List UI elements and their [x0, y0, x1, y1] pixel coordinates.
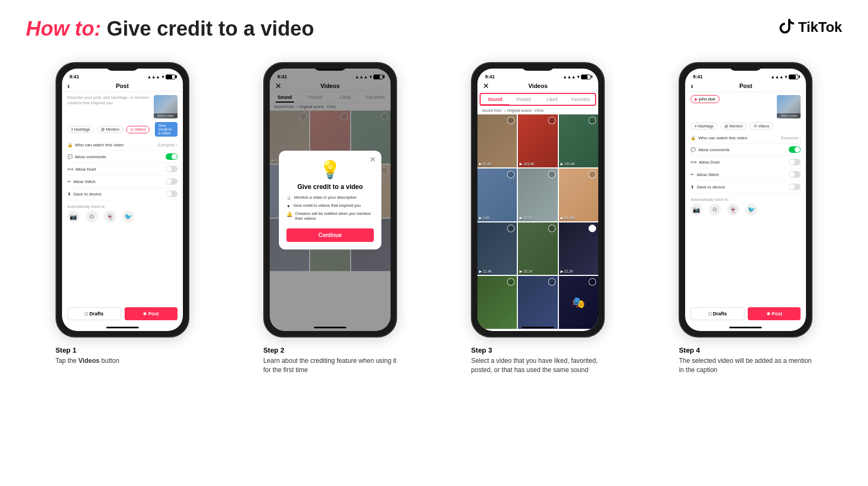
videos-btn-4[interactable]: ◎Videos: [750, 122, 773, 130]
home-indicator-4: [729, 327, 762, 328]
video-count-3-7: ▶ 12.4K: [479, 269, 492, 274]
mention-btn-1[interactable]: @Mention: [97, 126, 123, 133]
modal-point-icon-2-3: 🔔: [286, 212, 292, 217]
post-thumb-1: Select cover: [154, 95, 177, 119]
tags-row-1: #Hashtags @Mention ◎Videos Give credit t…: [67, 122, 177, 137]
status-bar-1: 9:41 ▲▲▲ ▾: [62, 71, 183, 80]
save-toggle-1[interactable]: [166, 191, 177, 197]
time-1: 9:41: [70, 74, 79, 79]
home-indicator-1: [106, 327, 139, 328]
step-3-info: Step 3 Select a video that you have like…: [471, 346, 605, 375]
video-cell-3-9[interactable]: ▶ 22.2K: [559, 222, 598, 275]
tab-sound-3[interactable]: Sound: [481, 94, 509, 105]
stitch-toggle-1[interactable]: [166, 178, 177, 185]
twitter-icon-4[interactable]: 🐦: [746, 204, 757, 215]
video-cell-3-12[interactable]: 🎭: [559, 276, 598, 329]
video-cell-3-1[interactable]: ▶ 83.8K: [477, 114, 517, 167]
setting-who-can-watch-1: 🔒 Who can watch this video Everyone ›: [67, 140, 177, 151]
wifi-icon-3: ▾: [577, 75, 579, 79]
tab-favorites-3[interactable]: Favorites: [566, 94, 595, 105]
video-cell-3-7[interactable]: ▶ 12.4K: [477, 222, 517, 275]
duet-toggle-1[interactable]: [166, 166, 177, 172]
post-desc-placeholder-1[interactable]: Describe your post, add hashtags, or men…: [67, 95, 151, 119]
duet-icon-1: ⟺: [67, 167, 73, 172]
videos-btn-1[interactable]: ◎Videos: [126, 126, 149, 133]
video-count-3-6: ▶ 88.38K: [561, 216, 575, 220]
setting-save-1: ⬇ Save to device: [67, 188, 177, 200]
mention-btn-4[interactable]: @Mention: [721, 123, 747, 130]
screen-title-3: Videos: [528, 83, 548, 89]
step-3-number: Step 3: [471, 346, 605, 354]
share-icons-4: 📷 ♻ 👻 🐦: [691, 204, 801, 215]
step-4-desc: The selected video will be added as a me…: [679, 356, 812, 375]
instagram-icon-4[interactable]: 📷: [691, 204, 702, 215]
mention-tag-4[interactable]: ▶ john.doe: [691, 95, 720, 103]
video-cell-3-4[interactable]: ▶ 3.8K: [477, 168, 517, 221]
step-2-info: Step 2 Learn about the crediting feature…: [263, 346, 397, 375]
signal-icon-4: ▲▲▲: [771, 75, 784, 79]
modal-continue-btn-2[interactable]: Continue: [286, 228, 374, 242]
signal-icon-1: ▲▲▲: [147, 75, 160, 79]
comments-toggle-4[interactable]: [789, 146, 801, 153]
tooltip-bubble-1: Give credit to a video: [155, 122, 177, 137]
cover-label-1[interactable]: Select cover: [154, 113, 177, 118]
steps-container: 9:41 ▲▲▲ ▾ ‹ Post Describe your post, ad…: [0, 40, 868, 375]
post-btn-4[interactable]: ✱ Post: [748, 307, 801, 320]
tiktok-share-icon-4[interactable]: ♻: [709, 204, 721, 215]
video-cell-3-2[interactable]: ▶ 183.8K: [518, 114, 557, 167]
hashtags-btn-1[interactable]: #Hashtags: [67, 126, 94, 133]
video-select-3-7: [507, 225, 515, 232]
wifi-icon-4: ▾: [785, 75, 787, 79]
cover-label-4[interactable]: Select cover: [777, 113, 801, 118]
stitch-toggle-4[interactable]: [789, 171, 801, 178]
post-icon-1: ✱: [143, 312, 147, 316]
step-1-wrapper: 9:41 ▲▲▲ ▾ ‹ Post Describe your post, ad…: [26, 62, 218, 375]
snapchat-icon-1[interactable]: 👻: [104, 211, 116, 222]
video-cell-3-6[interactable]: ▶ 88.38K: [559, 168, 598, 221]
mention-username-4: john.doe: [699, 97, 715, 102]
video-cell-3-3[interactable]: ▶ 783.8K: [559, 114, 598, 167]
step-2-number: Step 2: [263, 346, 397, 354]
close-btn-3[interactable]: ✕: [483, 82, 489, 90]
drafts-btn-1[interactable]: □ Drafts: [67, 307, 121, 320]
save-toggle-4[interactable]: [789, 184, 801, 190]
hashtags-btn-4[interactable]: #Hashtags: [691, 123, 717, 130]
post-content-4: ▶ john.doe Select cover #Hashtags: [685, 92, 806, 219]
snapchat-icon-4[interactable]: 👻: [727, 204, 739, 215]
drafts-btn-4[interactable]: □ Drafts: [691, 307, 744, 320]
time-4: 9:41: [693, 74, 702, 79]
setting-duet-4: ⟺ Allow Duet: [691, 156, 801, 168]
share-icons-1: 📷 ♻ 👻 🐦: [67, 211, 177, 222]
video-cell-3-11[interactable]: [518, 276, 557, 329]
tab-liked-3[interactable]: Liked: [538, 94, 566, 105]
page-header: How to: Give credit to a video TikTok: [0, 0, 868, 40]
modal-box-2: ✕ 💡 Give credit to a video ☺ Mention a v…: [279, 151, 381, 249]
video-cell-3-8[interactable]: ▶ 33.1K: [518, 222, 557, 275]
back-arrow-4[interactable]: ‹: [691, 82, 693, 90]
phone-2-screen: 9:41 ▲▲▲ ▾ ✕ Videos Sound Posted Like: [270, 69, 391, 331]
video-cell-3-10[interactable]: [477, 276, 517, 329]
twitter-icon-1[interactable]: 🐦: [122, 211, 134, 222]
post-btn-1[interactable]: ✱ Post: [125, 307, 177, 320]
duet-toggle-4[interactable]: [789, 159, 801, 165]
modal-point-2-2: ✦ Give credit to videos that inspired yo…: [286, 203, 374, 209]
video-cell-3-5[interactable]: ▶ 23.2K: [518, 168, 557, 221]
phone-3-notch: [522, 63, 554, 71]
comments-toggle-1[interactable]: [166, 153, 177, 160]
tiktok-logo: TikTok: [779, 17, 842, 37]
sound-name-3: ♪ Original sound - Chris: [504, 109, 543, 112]
tiktok-share-icon-1[interactable]: ♻: [86, 211, 98, 222]
modal-close-2[interactable]: ✕: [370, 155, 376, 164]
bottom-btns-4: □ Drafts ✱ Post: [685, 303, 806, 325]
modal-overlay-2: ✕ 💡 Give credit to a video ☺ Mention a v…: [270, 69, 391, 331]
phone-1-screen: 9:41 ▲▲▲ ▾ ‹ Post Describe your post, ad…: [62, 69, 183, 331]
back-arrow-1[interactable]: ‹: [67, 82, 70, 90]
step-4-number: Step 4: [679, 346, 812, 354]
tags-row-4: #Hashtags @Mention ◎Videos: [691, 122, 801, 130]
app-nav-4: ‹ Post: [685, 80, 806, 92]
instagram-icon-1[interactable]: 📷: [67, 211, 79, 222]
phone-3: 9:41 ▲▲▲ ▾ ✕ Videos Sound Posted: [471, 62, 605, 338]
modal-point-2-3: 🔔 Creators will be notified when you men…: [286, 211, 374, 221]
setting-comments-1: 💬 Allow comments: [67, 151, 177, 163]
tab-posted-3[interactable]: Posted: [509, 94, 538, 105]
